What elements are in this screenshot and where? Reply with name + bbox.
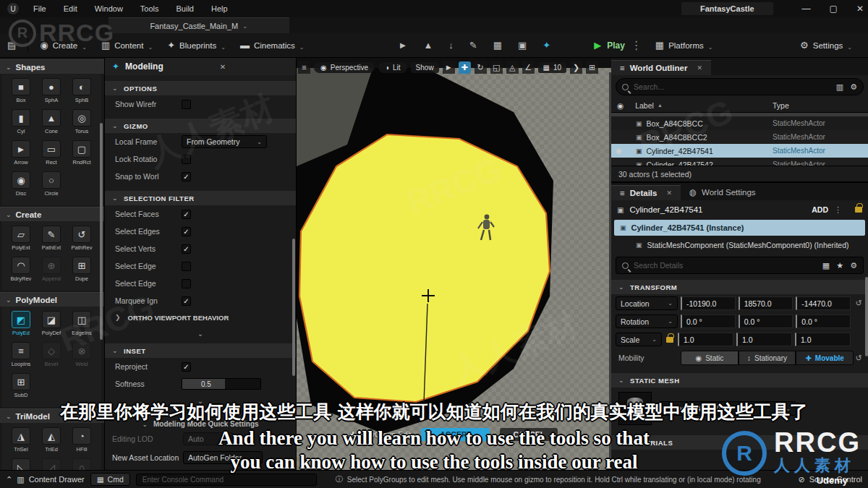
marquee-ignore-checkbox[interactable]: ✓: [182, 296, 191, 306]
show-dropdown[interactable]: Show: [411, 62, 439, 73]
tool-sphere-a[interactable]: ●SphA: [36, 78, 67, 103]
scale-x-field[interactable]: 1.0: [678, 333, 733, 346]
location-dropdown[interactable]: Location⌄: [616, 296, 678, 310]
tool-torus[interactable]: ◎Torus: [67, 109, 97, 134]
fracture-mode-icon[interactable]: ▦: [493, 40, 502, 51]
tool-cylinder[interactable]: ▮Cyl: [6, 109, 36, 134]
details-scrollbar[interactable]: [865, 277, 868, 356]
close-icon[interactable]: ✕: [666, 189, 672, 197]
static-mesh-section-header[interactable]: ⌄STATIC MESH: [611, 373, 868, 388]
favorites-star-icon[interactable]: ★: [836, 261, 843, 270]
gear-icon[interactable]: ⚙: [850, 261, 857, 270]
mobility-movable-button[interactable]: ✚Movable: [796, 351, 854, 365]
maximize-viewport-icon[interactable]: ⊞: [586, 61, 598, 74]
show-wireframe-checkbox[interactable]: [182, 100, 191, 109]
rotation-snap-icon[interactable]: ∠: [522, 61, 535, 74]
rotation-dropdown[interactable]: Rotation⌄: [616, 314, 678, 328]
surface-snap-icon[interactable]: ◬: [506, 61, 519, 74]
tool-sphere-b[interactable]: ◐SphB: [67, 78, 97, 103]
tool-loopins[interactable]: ≡LoopIns: [6, 342, 36, 367]
play-label[interactable]: Play: [607, 40, 625, 51]
snap-world-checkbox[interactable]: ✓: [182, 172, 191, 181]
mobility-stationary-button[interactable]: ↕Stationary: [739, 351, 796, 365]
close-icon[interactable]: ✕: [220, 63, 226, 71]
play-options-dots-icon[interactable]: ⋮: [631, 38, 642, 52]
menu-edit[interactable]: Edit: [55, 0, 86, 17]
paint-mode-icon[interactable]: ✎: [469, 40, 477, 51]
select-tool-icon[interactable]: ►: [443, 61, 455, 74]
blueprints-button[interactable]: ✦Blueprints⌄: [160, 40, 233, 51]
transform-section-header[interactable]: ⌄TRANSFORM: [611, 280, 868, 294]
grid-snap-control[interactable]: ▦10: [538, 62, 567, 73]
location-x-field[interactable]: -10190.0: [681, 296, 736, 310]
component-row[interactable]: ▣ StaticMeshComponent (StaticMeshCompone…: [611, 236, 868, 254]
section-polymodel[interactable]: ⌄PolyModel: [0, 292, 104, 307]
tool-arrow[interactable]: ►Arrow: [6, 140, 36, 166]
tool-cone[interactable]: ▲Cone: [36, 109, 67, 134]
brush-mode-icon[interactable]: ▣: [518, 40, 527, 51]
modeling-mode-icon[interactable]: ✦: [542, 40, 550, 51]
tool-disc[interactable]: ◉Disc: [6, 171, 36, 197]
outliner-search-input[interactable]: Search... ▥⚙: [616, 78, 864, 95]
select-edge-rings-checkbox[interactable]: [182, 279, 191, 288]
selection-filter-header[interactable]: ⌄SELECTION FILTER: [105, 191, 296, 205]
close-icon[interactable]: ✕: [697, 64, 702, 72]
select-verts-checkbox[interactable]: ✓: [182, 244, 191, 254]
cmd-selector[interactable]: ▦Cmd: [90, 473, 130, 486]
maximize-icon[interactable]: ▢: [830, 4, 838, 14]
rotation-y-field[interactable]: 0.0 °: [739, 314, 793, 328]
tool-pathext[interactable]: ✎PathExt: [36, 226, 67, 251]
menu-file[interactable]: File: [25, 0, 55, 17]
camera-speed-icon[interactable]: ❯: [570, 61, 582, 74]
play-icon[interactable]: ▶: [594, 40, 601, 51]
tool-rounded-rect[interactable]: ▢RndRct: [67, 140, 97, 166]
tab-world-outliner[interactable]: ≡World Outliner✕: [611, 60, 711, 75]
mobility-static-button[interactable]: ◉Static: [681, 351, 739, 365]
eye-icon[interactable]: ◉: [611, 101, 624, 110]
rotation-x-field[interactable]: 0.0 °: [681, 314, 736, 328]
menu-help[interactable]: Help: [203, 0, 237, 17]
instance-row-selected[interactable]: ▣ Cylinder_42B47541 (Instance): [614, 220, 865, 236]
blueprint-convert-icon[interactable]: ⋮: [834, 205, 842, 215]
display-grid-icon[interactable]: ▦: [822, 261, 830, 270]
type-column-header[interactable]: Type: [773, 101, 868, 110]
rotation-z-field[interactable]: 0.0 °: [796, 314, 851, 328]
close-icon[interactable]: ✕: [856, 4, 864, 14]
tool-pathrev[interactable]: ↺PathRev: [67, 226, 97, 251]
lit-dropdown[interactable]: ◑Lit: [378, 62, 407, 73]
scale-y-field[interactable]: 1.0: [736, 333, 792, 346]
console-command-input[interactable]: Enter Console Command: [136, 474, 317, 486]
scale-tool-icon[interactable]: ◱: [490, 61, 503, 74]
select-edge-loops-checkbox[interactable]: [182, 262, 191, 271]
tab-details[interactable]: ≡Details✕: [611, 185, 681, 200]
select-edges-checkbox[interactable]: ✓: [182, 227, 191, 236]
menu-build[interactable]: Build: [168, 0, 203, 17]
select-faces-checkbox[interactable]: ✓: [182, 210, 191, 219]
tab-world-settings[interactable]: ◍World Settings: [681, 184, 765, 200]
reset-icon[interactable]: ↺: [854, 299, 864, 308]
tool-dupe[interactable]: ⊞Dupe: [67, 257, 97, 282]
label-column-header[interactable]: Label: [624, 101, 654, 110]
location-y-field[interactable]: 18570.0: [739, 296, 793, 310]
foliage-mode-icon[interactable]: ↓: [448, 40, 454, 51]
scale-lock-icon[interactable]: [666, 337, 673, 343]
rotate-tool-icon[interactable]: ↻: [475, 61, 487, 74]
tool-polyed-active[interactable]: ◩PolyEd: [6, 311, 36, 336]
tab-level-asset[interactable]: Fantasy_Castle_Main_M ⌄: [109, 17, 289, 33]
add-component-button[interactable]: ADD: [809, 205, 828, 214]
tool-polyext[interactable]: ▱PolyExt: [6, 226, 36, 251]
content-drawer-button[interactable]: ⌃▥Content Drawer: [6, 475, 85, 484]
tool-bevel[interactable]: ◇Bevel: [36, 342, 67, 367]
tool-circle[interactable]: ○Circle: [36, 171, 67, 197]
eye-icon[interactable]: ◉: [616, 147, 622, 155]
tool-rect[interactable]: ▭Rect: [36, 140, 67, 166]
landscape-mode-icon[interactable]: ▲: [423, 40, 433, 51]
viewport-menu-icon[interactable]: ≡: [298, 61, 310, 74]
details-search-input[interactable]: Search Details ▦★⚙: [616, 257, 864, 274]
folder-icon[interactable]: ▥: [836, 82, 843, 92]
cinematics-button[interactable]: ▬Cinematics⌄: [233, 40, 312, 51]
gear-icon[interactable]: ⚙: [850, 82, 857, 92]
menu-tools[interactable]: Tools: [132, 0, 168, 17]
lock-icon[interactable]: [855, 207, 862, 213]
tool-box[interactable]: ■Box: [6, 78, 36, 103]
